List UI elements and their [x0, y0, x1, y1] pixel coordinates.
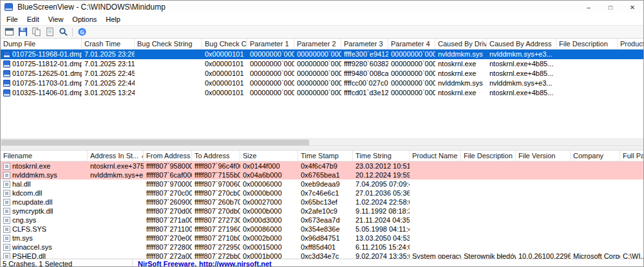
cell-full_path [620, 243, 643, 252]
column-header-parameter_2[interactable]: Parameter 2 [294, 39, 341, 49]
column-header-to_address[interactable]: To Address [192, 151, 240, 161]
cell-file_description [461, 161, 516, 170]
minimize-button[interactable]: – [578, 1, 600, 14]
module-file-icon [3, 199, 10, 206]
column-header-filename[interactable]: Filename [1, 151, 88, 161]
crash-list-empty-area [1, 98, 643, 138]
cell-time_stamp: 0xc3d34e7c [298, 252, 353, 259]
column-header-time_stamp[interactable]: Time Stamp [298, 151, 353, 161]
module-row[interactable]: mcupdate.dllfffff807`26090000fffff807`26… [1, 198, 643, 207]
cell-from_address: fffff807`95800000 [144, 161, 192, 170]
cell-file_description [461, 198, 516, 207]
column-header-parameter_3[interactable]: Parameter 3 [341, 39, 388, 49]
module-row[interactable]: tm.sysfffff807`270e0000fffff807`2710b000… [1, 234, 643, 243]
module-file-icon [3, 244, 10, 251]
cell-company [571, 189, 620, 198]
cell-crash_time: 7.01.2025 22:44:10 [82, 78, 135, 88]
nirsoft-link[interactable]: http://www.nirsoft.net [199, 260, 272, 266]
find-icon[interactable] [57, 26, 69, 38]
column-header-file_description[interactable]: File Description [461, 151, 516, 161]
column-header-file_description[interactable]: File Description [556, 39, 618, 49]
dump-file-icon [3, 60, 10, 68]
column-header-full_path[interactable]: Full Path [620, 151, 643, 161]
module-row[interactable]: CLFS.SYSfffff807`27110000fffff807`271960… [1, 225, 643, 234]
menu-edit[interactable]: Edit [23, 15, 44, 24]
close-button[interactable]: ✕ [621, 1, 643, 14]
cell-from_address: fffff807`272a0000 [144, 252, 192, 259]
column-header-file_version[interactable]: File Version [516, 151, 571, 161]
horizontal-scrollbar[interactable] [1, 138, 643, 145]
module-row[interactable]: PSHED.dllfffff807`272a0000fffff807`272bb… [1, 252, 643, 259]
cell-size: 0x04a6b000 [240, 170, 298, 180]
cell-address_in_stack: ntoskrnl.exe+375278 [88, 161, 144, 170]
column-label: Parameter 3 [344, 40, 383, 48]
nirsoft-freeware-label: NirSoft Freeware. [138, 260, 196, 266]
menu-view[interactable]: View [44, 15, 68, 24]
column-header-caused_by_address[interactable]: Caused By Address [487, 39, 556, 49]
cell-product_name [618, 59, 643, 69]
dump-row[interactable]: 010325-11406-01.dmp3.01.2025 13:24:480x0… [1, 88, 643, 98]
column-header-product_name[interactable]: Product Name [410, 151, 461, 161]
maximize-button[interactable]: □ [600, 1, 621, 14]
module-row[interactable]: cng.sysfffff807`271a0000fffff807`2727300… [1, 216, 643, 225]
column-header-caused_by_driver[interactable]: Caused By Driver [435, 39, 487, 49]
module-row[interactable]: hal.dllfffff807`97000000fffff807`9700600… [1, 180, 643, 189]
cell-dump_file: 010725-12625-01.dmp [1, 69, 82, 78]
menu-help[interactable]: Help [101, 15, 125, 24]
cell-full_path [620, 180, 643, 189]
column-header-size[interactable]: Size [240, 151, 298, 161]
menu-file[interactable]: File [2, 15, 23, 24]
cell-dump_file: 010725-11703-01.dmp [1, 78, 82, 88]
cell-time_string: 9.02.2074 13:35:08 [353, 252, 410, 259]
column-header-address_in_stack[interactable]: Address In St...▲ [88, 151, 144, 161]
column-header-bug_check_code[interactable]: Bug Check Code [202, 39, 247, 49]
scrollbar-thumb[interactable] [1, 140, 309, 145]
module-row[interactable]: nvlddmkm.sysnvlddmkm.sys+e3...fffff807`6… [1, 170, 643, 180]
column-header-crash_time[interactable]: Crash Time [82, 39, 135, 49]
cell-time_stamp: 0x354e836e [298, 225, 353, 234]
cell-caused_by_driver: ntoskrnl.exe [435, 59, 487, 69]
column-header-time_string[interactable]: Time String [353, 151, 410, 161]
column-header-company[interactable]: Company [571, 151, 620, 161]
cell-time_string: 23.03.2012 10:51:53 [353, 161, 410, 170]
cell-to_address: fffff807`27273000 [192, 216, 240, 225]
copy-icon[interactable] [30, 26, 42, 38]
module-row[interactable]: kdcom.dllfffff807`270c0000fffff807`270cb… [1, 189, 643, 198]
cell-file_description [556, 59, 618, 69]
pane-splitter[interactable] [1, 145, 643, 151]
column-label: From Address [146, 152, 190, 160]
dump-row[interactable]: 010725-11703-01.dmp7.01.2025 22:44:100x0… [1, 78, 643, 88]
cell-product_name [410, 170, 461, 180]
menu-options[interactable]: Options [68, 15, 101, 24]
cell-product_name [410, 207, 461, 216]
cell-caused_by_driver: ntoskrnl.exe [435, 69, 487, 78]
dump-row[interactable]: 010725-11812-01.dmp7.01.2025 23:11:350x0… [1, 59, 643, 69]
cell-parameter_3: ffffcd01`d3e12180 [341, 88, 388, 98]
toolbar-separator [72, 28, 73, 37]
advanced-options-icon[interactable] [3, 26, 15, 38]
cell-time_stamp: 0xeb9deaa9 [298, 180, 353, 189]
column-header-parameter_4[interactable]: Parameter 4 [388, 39, 435, 49]
dump-file-icon [3, 70, 10, 77]
google-search-icon[interactable]: G [76, 26, 88, 38]
column-header-parameter_1[interactable]: Parameter 1 [247, 39, 294, 49]
dump-row[interactable]: 010725-11968-01.dmp7.01.2025 23:26:030x0… [1, 50, 643, 59]
column-header-from_address[interactable]: From Address [144, 151, 192, 161]
cell-address_in_stack [88, 207, 144, 216]
properties-icon[interactable] [44, 26, 55, 38]
cell-time_stamp: 0x7c46e6c1 [298, 189, 353, 198]
cell-company [571, 207, 620, 216]
module-row[interactable]: winaccel.sysfffff807`27280000fffff807`27… [1, 243, 643, 252]
module-row[interactable]: ntoskrnl.exentoskrnl.exe+375278fffff807`… [1, 161, 643, 170]
cell-address_in_stack [88, 243, 144, 252]
save-icon[interactable] [17, 26, 28, 38]
column-header-product_name[interactable]: Product Name [618, 39, 643, 49]
cell-parameter_3: ffff9480`008ca180 [341, 69, 388, 78]
cell-filename: winaccel.sys [1, 243, 88, 252]
cell-to_address: fffff807`270cb000 [192, 189, 240, 198]
column-header-bug_check_string[interactable]: Bug Check String [135, 39, 202, 49]
cell-file_version [516, 243, 571, 252]
dump-row[interactable]: 010725-12625-01.dmp7.01.2025 22:45:240x0… [1, 69, 643, 78]
module-row[interactable]: symcryptk.dllfffff807`270d0000fffff807`2… [1, 207, 643, 216]
column-header-dump_file[interactable]: Dump File [1, 39, 82, 49]
